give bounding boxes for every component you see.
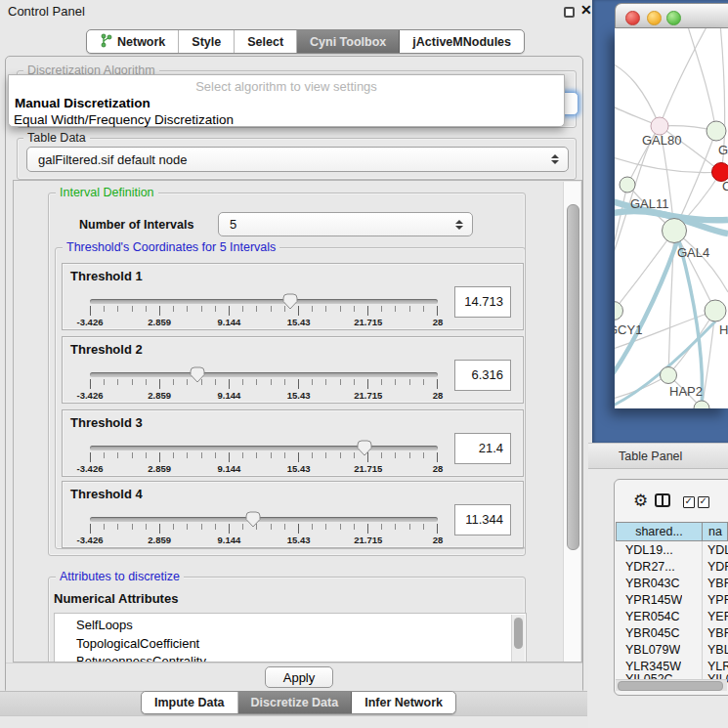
node-label: GA	[718, 143, 728, 157]
panel-title: Control Panel	[8, 4, 85, 19]
node-h[interactable]	[705, 300, 726, 321]
minimize-traffic-light-icon[interactable]	[647, 11, 662, 25]
table-row[interactable]: YDR27...	[625, 560, 675, 574]
threshold-3-row: Threshold 3 -3.426 2.859 9.144 15.43 21.…	[62, 409, 524, 477]
threshold-4-label: Threshold 4	[70, 487, 143, 501]
table-row[interactable]: YDL19...	[625, 543, 673, 557]
tab-discretize-data[interactable]: Discretize Data	[238, 692, 353, 713]
slider-ticks	[90, 452, 438, 463]
node-label: GAL4	[677, 245, 709, 260]
attributes-group-label: Attributes to discretize	[56, 571, 184, 583]
node-label: GCY1	[615, 322, 642, 337]
threshold-4-row: Threshold 4 -3.426 2.859 9.144 15.43 21.…	[62, 481, 524, 548]
column-divider	[702, 541, 703, 679]
threshold-2-value-field[interactable]: 6.316	[454, 360, 511, 391]
table-cell[interactable]: YBR0	[707, 577, 728, 590]
float-window-icon[interactable]	[564, 7, 575, 18]
tab-network[interactable]: Network	[87, 30, 179, 53]
combo-arrows-icon	[455, 220, 463, 230]
algorithm-dropdown-popup: Select algorithm to view settings Manual…	[8, 74, 565, 127]
tab-jactivemnodules[interactable]: jActiveMNodules	[400, 30, 524, 53]
column-header-shared[interactable]: shared...	[616, 522, 703, 541]
apply-button[interactable]: Apply	[265, 666, 333, 688]
network-canvas[interactable]: GAL80 GA C GAL11 GAL4 GCY1 H HAP2	[615, 28, 728, 408]
network-window-titlebar[interactable]	[615, 3, 728, 28]
slider-ticks	[90, 379, 438, 390]
settings-scrollbar[interactable]	[563, 182, 580, 663]
table-row[interactable]: YER054C	[625, 610, 680, 623]
tab-impute-data[interactable]: Impute Data	[142, 692, 238, 713]
threshold-1-row: Threshold 1 -3.426 2.859 9.144 15.43 21.…	[62, 263, 524, 330]
node-label: HAP2	[669, 384, 703, 399]
threshold-2-label: Threshold 2	[70, 342, 143, 357]
table-cell[interactable]: YBL0	[707, 643, 728, 657]
tab-infer-network[interactable]: Infer Network	[352, 692, 455, 713]
node-label: H	[719, 322, 728, 337]
table-cell[interactable]: YDR2	[707, 560, 728, 574]
number-of-intervals-value: 5	[230, 217, 236, 232]
close-traffic-light-icon[interactable]	[625, 11, 640, 25]
bottom-tab-bar: Impute Data Discretize Data Infer Networ…	[141, 691, 456, 714]
top-tab-bar: Network Style Select Cyni Toolbox jActiv…	[86, 29, 525, 54]
table-cell[interactable]: YLR3	[707, 660, 728, 673]
number-of-intervals-combobox[interactable]: 5	[218, 212, 473, 236]
slider-scale: -3.426 2.859 9.144 15.43 21.715 28	[90, 390, 438, 401]
table-cell[interactable]: YPR1	[707, 593, 728, 607]
option-equal-width-frequency[interactable]: Equal Width/Frequency Discretization	[14, 112, 234, 127]
threshold-2-slider[interactable]	[90, 372, 438, 377]
node-gal4[interactable]	[663, 219, 687, 243]
list-scrollbar-thumb[interactable]	[514, 618, 523, 649]
threshold-2-row: Threshold 2 -3.426 2.859 9.144 15.43 21.…	[62, 336, 524, 404]
list-item[interactable]: SelfLoops	[55, 617, 526, 635]
slider-scale: -3.426 2.859 9.144 15.43 21.715 28	[90, 463, 438, 474]
gear-icon[interactable]: ⚙	[633, 492, 648, 509]
table-data-value: galFiltered.sif default node	[38, 152, 187, 167]
settings-scroll-pane: Interval Definition Number of Intervals …	[13, 180, 582, 663]
table-row[interactable]: YPR145W	[625, 593, 682, 607]
settings-scrollbar-thumb[interactable]	[567, 204, 579, 550]
node-label: GAL80	[642, 133, 681, 148]
column-checkboxes-icon[interactable]	[683, 494, 712, 512]
table-row[interactable]: YLR345W	[625, 660, 681, 673]
split-columns-icon[interactable]	[655, 493, 670, 507]
combo-arrows-icon	[551, 154, 559, 164]
table-cell[interactable]: YDL1	[707, 543, 728, 557]
table-row[interactable]: YBR043C	[625, 577, 680, 590]
list-item[interactable]: BetweennessCentrality	[55, 653, 526, 663]
table-scrollbar-thumb[interactable]	[618, 681, 723, 691]
threshold-1-value-field[interactable]: 14.713	[454, 286, 511, 318]
node-hap2[interactable]	[661, 367, 677, 384]
close-icon[interactable]: ✕	[580, 2, 592, 18]
table-cell[interactable]: YBR0	[707, 626, 728, 640]
interval-definition-label: Interval Definition	[56, 187, 158, 199]
threshold-4-slider[interactable]	[90, 517, 438, 522]
node-gcy1[interactable]	[615, 302, 623, 321]
slider-scale: -3.426 2.859 9.144 15.43 21.715 28	[90, 535, 438, 545]
tab-style[interactable]: Style	[179, 30, 235, 53]
node-gal11[interactable]	[620, 177, 635, 193]
threshold-1-slider[interactable]	[90, 299, 438, 304]
zoom-traffic-light-icon[interactable]	[666, 11, 681, 25]
tab-select[interactable]: Select	[235, 30, 297, 53]
algorithm-hint-option[interactable]: Select algorithm to view settings	[9, 79, 564, 94]
network-icon	[100, 33, 112, 51]
tab-cyni-toolbox[interactable]: Cyni Toolbox	[297, 30, 400, 53]
table-panel-title: Table Panel	[588, 443, 728, 469]
column-header-name[interactable]: na	[702, 522, 728, 541]
list-item[interactable]: TopologicalCoefficient	[55, 635, 526, 654]
table-row[interactable]: YBR045C	[625, 626, 680, 640]
option-manual-discretization[interactable]: Manual Discretization	[15, 96, 150, 110]
numerical-attributes-list: SelfLoops TopologicalCoefficient Between…	[54, 613, 527, 663]
thresholds-group-label: Threshold's Coordinates for 5 Intervals	[63, 241, 279, 254]
node-green[interactable]	[707, 121, 726, 141]
threshold-3-slider[interactable]	[90, 446, 438, 450]
table-horizontal-scrollbar[interactable]	[616, 679, 727, 691]
table-row[interactable]: YBL079W	[625, 643, 680, 657]
table-data-combobox[interactable]: galFiltered.sif default node	[26, 147, 569, 172]
threshold-4-value-field[interactable]: 11.344	[454, 504, 511, 535]
threshold-1-label: Threshold 1	[70, 269, 143, 283]
list-scrollbar[interactable]	[511, 615, 525, 663]
slider-scale: -3.426 2.859 9.144 15.43 21.715 28	[90, 317, 438, 327]
table-cell[interactable]: YER0	[707, 610, 728, 623]
threshold-3-value-field[interactable]: 21.4	[454, 433, 511, 464]
